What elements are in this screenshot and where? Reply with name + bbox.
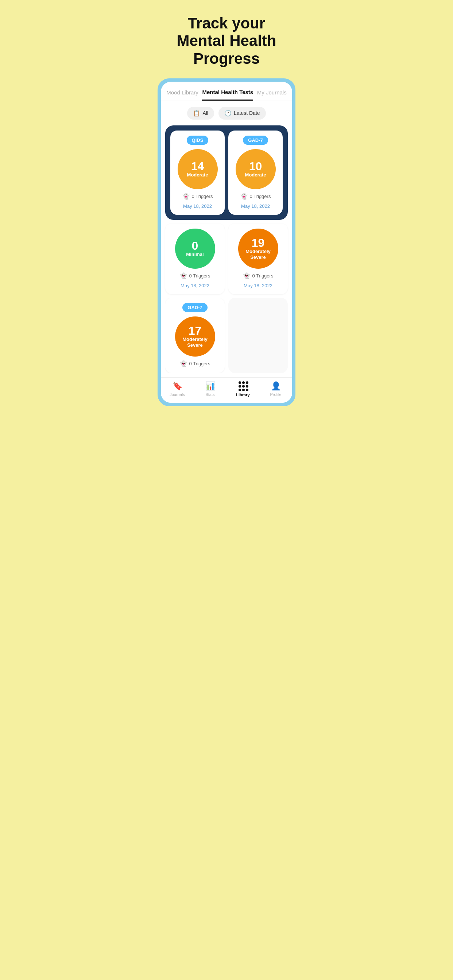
bottom-nav: 🔖 Journals 📊 Stats xyxy=(161,377,292,403)
triggers-text-minimal: 0 Triggers xyxy=(189,273,211,278)
list-icon: 📋 xyxy=(193,110,200,117)
triggers-row-gad7: 👻 0 Triggers xyxy=(240,193,271,200)
card-gad7-10[interactable]: GAD-7 10 Moderate 👻 0 Triggers May 18, 2… xyxy=(228,130,283,215)
phone-inner: Mood Library Mental Health Tests My Jour… xyxy=(161,82,292,403)
nav-label-profile: Profile xyxy=(270,392,281,397)
nav-item-stats[interactable]: 📊 Stats xyxy=(199,381,221,397)
tab-mental-health-tests[interactable]: Mental Health Tests xyxy=(202,89,253,100)
ghost-icon-minimal: 👻 xyxy=(180,272,187,279)
card-gad7-17[interactable]: GAD-7 17 Moderately Severe 👻 0 Triggers xyxy=(165,298,225,373)
score-number-gad7: 10 xyxy=(249,161,262,172)
regular-cards-grid: 0 Minimal 👻 0 Triggers May 18, 2022 19 M… xyxy=(165,223,288,294)
filter-all-button[interactable]: 📋 All xyxy=(187,107,214,119)
card-0-minimal[interactable]: 0 Minimal 👻 0 Triggers May 18, 2022 xyxy=(165,223,225,294)
nav-item-profile[interactable]: 👤 Profile xyxy=(265,381,287,397)
triggers-row-minimal: 👻 0 Triggers xyxy=(180,272,211,279)
score-severity-minimal: Minimal xyxy=(186,251,204,258)
triggers-row-qids: 👻 0 Triggers xyxy=(182,193,213,200)
tab-mood-library[interactable]: Mood Library xyxy=(166,89,198,100)
ghost-icon-17: 👻 xyxy=(180,360,187,367)
score-severity-gad7: Moderate xyxy=(245,172,266,178)
date-minimal: May 18, 2022 xyxy=(180,283,209,288)
card-badge-gad7: GAD-7 xyxy=(243,135,268,145)
score-circle-17: 17 Moderately Severe xyxy=(175,317,215,356)
nav-label-journals: Journals xyxy=(170,392,185,397)
nav-label-stats: Stats xyxy=(205,392,214,397)
bookmark-icon: 🔖 xyxy=(172,381,182,391)
filters-bar: 📋 All 🕐 Latest Date xyxy=(161,101,292,126)
nav-item-journals[interactable]: 🔖 Journals xyxy=(166,381,188,397)
score-number-minimal: 0 xyxy=(192,240,198,251)
triggers-row-17: 👻 0 Triggers xyxy=(180,360,211,367)
highlighted-cards-grid: QIDS 14 Moderate 👻 0 Triggers May 18, 20… xyxy=(170,130,283,215)
highlight-group: QIDS 14 Moderate 👻 0 Triggers May 18, 20… xyxy=(165,126,288,220)
nav-item-library[interactable]: Library xyxy=(232,381,254,397)
score-circle-minimal: 0 Minimal xyxy=(175,229,215,269)
card-qids-14[interactable]: QIDS 14 Moderate 👻 0 Triggers May 18, 20… xyxy=(170,130,225,215)
score-severity-17: Moderately Severe xyxy=(175,337,215,348)
filter-latest-date-label: Latest Date xyxy=(234,110,260,116)
score-circle-gad7: 10 Moderate xyxy=(236,149,276,189)
person-icon: 👤 xyxy=(271,381,281,391)
card-badge-gad7-17: GAD-7 xyxy=(182,303,207,312)
phone-frame: Mood Library Mental Health Tests My Jour… xyxy=(158,78,295,406)
date-gad7: May 18, 2022 xyxy=(241,204,270,209)
triggers-text-17: 0 Triggers xyxy=(189,361,211,366)
score-number-19: 19 xyxy=(252,237,265,249)
tab-my-journals[interactable]: My Journals xyxy=(257,89,287,100)
date-qids: May 18, 2022 xyxy=(183,204,212,209)
bar-chart-icon: 📊 xyxy=(205,381,215,391)
score-circle-19: 19 Moderately Severe xyxy=(238,229,278,269)
triggers-text-19: 0 Triggers xyxy=(252,273,274,278)
ghost-icon-19: 👻 xyxy=(243,272,250,279)
dots-grid-icon xyxy=(239,381,247,391)
clock-icon: 🕐 xyxy=(224,110,231,117)
score-severity-qids: Moderate xyxy=(187,172,208,178)
cards-section: QIDS 14 Moderate 👻 0 Triggers May 18, 20… xyxy=(161,126,292,377)
partial-cards-grid: GAD-7 17 Moderately Severe 👻 0 Triggers xyxy=(165,298,288,373)
card-badge-qids: QIDS xyxy=(187,135,209,145)
triggers-text-gad7: 0 Triggers xyxy=(250,194,271,199)
filter-latest-date-button[interactable]: 🕐 Latest Date xyxy=(219,107,266,119)
score-severity-19: Moderately Severe xyxy=(238,249,278,260)
empty-card-slot xyxy=(228,298,288,373)
nav-label-library: Library xyxy=(236,393,249,397)
hero-title: Track your Mental Health Progress xyxy=(151,0,302,78)
date-19: May 18, 2022 xyxy=(244,283,273,288)
score-number-qids: 14 xyxy=(191,161,204,172)
ghost-icon-gad7: 👻 xyxy=(240,193,248,200)
ghost-icon-qids: 👻 xyxy=(182,193,190,200)
score-number-17: 17 xyxy=(188,325,202,337)
triggers-row-19: 👻 0 Triggers xyxy=(243,272,274,279)
triggers-text-qids: 0 Triggers xyxy=(192,194,213,199)
card-19-mod-severe[interactable]: 19 Moderately Severe 👻 0 Triggers May 18… xyxy=(228,223,288,294)
score-circle-qids: 14 Moderate xyxy=(178,149,218,189)
tabs-bar: Mood Library Mental Health Tests My Jour… xyxy=(161,82,292,101)
filter-all-label: All xyxy=(203,110,208,116)
